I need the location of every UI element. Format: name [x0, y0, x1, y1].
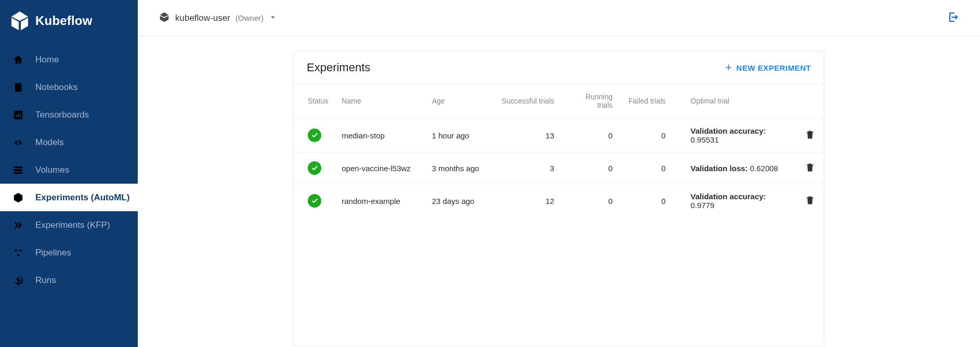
cell-failed: 0: [622, 184, 675, 219]
main-area: kubeflow-user (Owner) Experiments + New …: [138, 0, 980, 347]
sidebar-item-label: Experiments (AutoML): [35, 192, 129, 203]
sidebar-item-label: Home: [35, 55, 59, 65]
chevron-down-icon: [269, 13, 277, 23]
storage-icon: [12, 164, 24, 176]
cell-running: 0: [564, 153, 622, 184]
content: Experiments + New Experiment Status Name…: [138, 36, 980, 347]
card-header: Experiments + New Experiment: [294, 52, 824, 84]
sidebar-item-models[interactable]: Models: [0, 128, 138, 156]
sidebar-item-notebooks[interactable]: Notebooks: [0, 73, 138, 101]
col-successful: Successful trials: [494, 84, 564, 118]
book-icon: [12, 82, 24, 93]
namespace-selector[interactable]: kubeflow-user (Owner): [159, 11, 277, 25]
status-success-icon: [308, 194, 321, 208]
sidebar-item-home[interactable]: Home: [0, 46, 138, 73]
brand-name: Kubeflow: [35, 14, 93, 28]
col-failed: Failed trials: [622, 84, 675, 118]
chart-icon: [12, 109, 24, 121]
cell-age: 3 months ago: [426, 153, 495, 184]
sidebar-item-label: Tensorboards: [35, 110, 89, 120]
sidebar-item-pipelines[interactable]: Pipelines: [0, 239, 138, 266]
cell-age: 23 days ago: [426, 184, 495, 219]
sidebar-item-label: Notebooks: [35, 82, 77, 93]
logout-button[interactable]: [947, 11, 959, 25]
status-success-icon: [308, 128, 321, 142]
sidebar-item-label: Volumes: [35, 165, 69, 175]
table-row[interactable]: median-stop1 hour ago1300Validation accu…: [294, 118, 824, 153]
sidebar: Kubeflow HomeNotebooksTensorboardsModels…: [0, 0, 138, 347]
sidebar-item-experiments-automl-[interactable]: Experiments (AutoML): [0, 184, 138, 211]
run-icon: [12, 275, 24, 286]
sidebar-item-label: Pipelines: [35, 248, 71, 258]
cell-successful: 3: [494, 153, 564, 184]
cell-name: median-stop: [335, 118, 425, 153]
col-actions: [797, 84, 824, 118]
sidebar-item-experiments-kfp-[interactable]: Experiments (KFP): [0, 211, 138, 239]
delete-button[interactable]: [797, 184, 824, 219]
table-row[interactable]: open-vaccine-l53wz3 months ago300Validat…: [294, 153, 824, 184]
box-icon: [159, 11, 170, 25]
cell-successful: 13: [494, 118, 564, 153]
kubeflow-logo-icon: [9, 10, 30, 31]
col-age: Age: [426, 84, 495, 118]
cell-successful: 12: [494, 184, 564, 219]
cell-optimal: Validation loss: 0.62008: [675, 153, 797, 184]
table-row[interactable]: random-example23 days ago1200Validation …: [294, 184, 824, 219]
cell-failed: 0: [622, 153, 675, 184]
col-status: Status: [294, 84, 335, 118]
experiments-card: Experiments + New Experiment Status Name…: [294, 51, 824, 347]
cell-running: 0: [564, 184, 622, 219]
col-name: Name: [335, 84, 425, 118]
sidebar-item-label: Experiments (KFP): [35, 220, 110, 230]
card-title: Experiments: [307, 61, 370, 74]
plus-icon: +: [725, 62, 732, 73]
sidebar-item-label: Models: [35, 137, 64, 148]
new-experiment-button[interactable]: + New Experiment: [725, 62, 811, 73]
col-optimal: Optimal trial: [675, 84, 797, 118]
sidebar-item-tensorboards[interactable]: Tensorboards: [0, 101, 138, 128]
status-success-icon: [308, 161, 321, 175]
sidebar-item-volumes[interactable]: Volumes: [0, 156, 138, 184]
delete-button[interactable]: [797, 118, 824, 153]
topbar: kubeflow-user (Owner): [138, 0, 980, 36]
namespace-name: kubeflow-user: [175, 13, 230, 23]
cell-optimal: Validation accuracy: 0.95531: [675, 118, 797, 153]
namespace-role: (Owner): [236, 14, 264, 22]
cell-name: random-example: [335, 184, 425, 219]
sidebar-item-label: Runs: [35, 275, 56, 286]
sidebar-item-runs[interactable]: Runs: [0, 266, 138, 294]
home-icon: [12, 54, 24, 66]
cell-age: 1 hour ago: [426, 118, 495, 153]
cell-optimal: Validation accuracy: 0.9779: [675, 184, 797, 219]
pipeline-icon: [12, 247, 24, 259]
cell-failed: 0: [622, 118, 675, 153]
link-icon: [12, 137, 24, 148]
automl-icon: [12, 192, 24, 203]
brand-area: Kubeflow: [0, 0, 138, 46]
new-experiment-label: New Experiment: [736, 63, 811, 72]
cell-name: open-vaccine-l53wz: [335, 153, 425, 184]
experiments-table: Status Name Age Successful trials Runnin…: [294, 84, 824, 218]
sidebar-nav: HomeNotebooksTensorboardsModelsVolumesEx…: [0, 46, 138, 294]
kfp-icon: [12, 220, 24, 231]
cell-running: 0: [564, 118, 622, 153]
delete-button[interactable]: [797, 153, 824, 184]
col-running: Running trials: [564, 84, 622, 118]
